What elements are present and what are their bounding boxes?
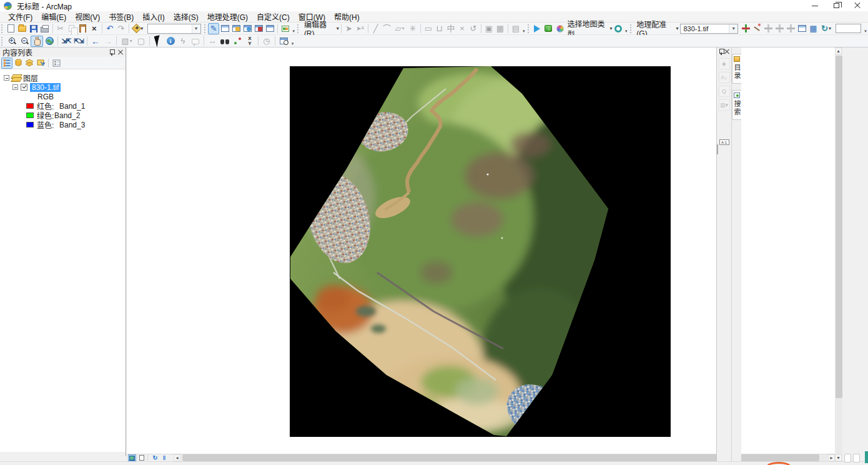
raster-830-1-tif[interactable] (290, 66, 671, 437)
dock-navigate-button: ◈ (719, 58, 730, 69)
edit-sketch-tool-button[interactable]: ✎ (208, 23, 219, 34)
update-button[interactable] (543, 23, 554, 34)
rotation-input[interactable] (836, 24, 861, 33)
fixed-zoom-in-button[interactable]: ⇲⇱ (60, 36, 72, 47)
rotate-image-button[interactable]: ↻▾ (819, 23, 833, 34)
menu-insert[interactable]: 插入(I) (138, 11, 169, 22)
toolbar-grip[interactable] (297, 24, 300, 33)
run-button[interactable] (531, 23, 543, 34)
vertical-scrollbar[interactable]: ▴ ▾ (835, 48, 842, 461)
link-table-button[interactable] (796, 23, 807, 34)
arctoolbox-button[interactable] (253, 23, 264, 34)
toolbar-grip[interactable] (630, 24, 633, 33)
restore-icon (834, 3, 839, 8)
layout-view-button[interactable] (137, 454, 145, 461)
restore-button[interactable] (826, 0, 847, 11)
toolbar-grip[interactable] (1, 24, 4, 33)
paste-button[interactable] (77, 23, 89, 34)
toolbar-overflow[interactable]: ▾ (290, 36, 295, 46)
georeferencing-layer-combo[interactable]: 830-1.tif ▾ (680, 24, 738, 34)
dock-one-to-one-button[interactable]: A:1 (719, 139, 729, 145)
full-extent-button[interactable] (43, 36, 56, 47)
menu-view[interactable]: 视图(V) (71, 11, 104, 22)
layer-visibility-checkbox[interactable] (21, 84, 27, 91)
modelbuilder-button[interactable] (280, 23, 291, 34)
open-button[interactable] (17, 23, 28, 34)
menu-edit[interactable]: 编辑(E) (37, 11, 71, 22)
toolbar-overflow[interactable]: ▾ (624, 24, 629, 34)
open-table-button[interactable] (219, 23, 230, 34)
toc-layer-row[interactable]: 830-1.tif (0, 82, 126, 92)
toolbar-grip[interactable] (204, 24, 207, 33)
find-tool[interactable] (219, 36, 231, 47)
zoom-in-tool[interactable]: + (6, 36, 18, 47)
zoom-out-tool[interactable]: − (18, 36, 31, 47)
new-map-button[interactable] (6, 23, 17, 34)
list-by-visibility-button[interactable] (24, 58, 35, 69)
go-to-xy-button[interactable]: XY (244, 36, 256, 47)
pin-icon[interactable] (109, 49, 114, 56)
toolbar-grip[interactable] (528, 24, 531, 33)
catalog-window-button[interactable] (230, 23, 242, 34)
dock-layer-list[interactable] (717, 144, 718, 154)
color-tool-button[interactable] (555, 23, 566, 34)
close-panel-icon[interactable] (724, 49, 729, 54)
toolbar-overflow[interactable]: ▾ (291, 24, 296, 34)
data-view-button[interactable] (128, 454, 136, 461)
layer-name-selected[interactable]: 830-1.tif (30, 83, 61, 92)
table-icon (221, 25, 229, 32)
go-back-extent-button[interactable]: ← (89, 36, 102, 47)
delete-button[interactable]: × (89, 23, 100, 34)
menu-geoprocessing[interactable]: 地理处理(G) (203, 11, 252, 22)
pan-tool[interactable] (31, 36, 43, 47)
blue-band-label: 蓝色: (37, 119, 59, 130)
close-button[interactable] (847, 0, 868, 11)
zoom-out-icon: − (21, 37, 29, 45)
print-button[interactable] (39, 23, 51, 34)
toolbar-overflow[interactable]: ▾ (863, 24, 868, 34)
list-by-selection-button[interactable] (35, 58, 46, 69)
basemap-target-button[interactable] (613, 23, 624, 34)
vscroll-up-arrow[interactable]: ▴ (835, 48, 842, 54)
tab-search[interactable]: 搜索 (732, 90, 741, 120)
identify-tool[interactable]: i (164, 36, 177, 47)
pause-drawing-button[interactable]: ‖ (160, 454, 169, 461)
list-by-source-button[interactable] (12, 58, 24, 69)
viewer-window-button[interactable] (277, 36, 290, 47)
tab-catalog[interactable]: 目录 (732, 54, 741, 84)
list-by-drawing-order-button[interactable] (1, 58, 12, 69)
save-button[interactable] (28, 23, 39, 34)
add-data-button[interactable]: ▾ (131, 23, 145, 34)
menu-file[interactable]: 文件(F) (4, 11, 37, 22)
fixed-zoom-out-button[interactable]: ⇱⇲ (72, 36, 85, 47)
vscroll-down-arrow[interactable]: ▾ (835, 454, 842, 461)
collapse-icon[interactable] (4, 75, 9, 81)
close-panel-icon[interactable] (118, 50, 123, 55)
menu-customize[interactable]: 自定义(C) (252, 11, 294, 22)
toolbar-grip[interactable] (1, 37, 4, 46)
clear-selection-button: ▢ (135, 36, 147, 47)
image-adjust-button[interactable]: ▦ (807, 23, 819, 34)
search-window-button[interactable] (242, 23, 253, 34)
toc-layers-root[interactable]: 图层 (0, 73, 126, 82)
search-window-icon (244, 25, 252, 32)
toc-options-button[interactable] (51, 58, 62, 69)
minimize-button[interactable] (804, 0, 826, 11)
menu-selection[interactable]: 选择(S) (169, 11, 203, 22)
refresh-view-button[interactable]: ↻ (151, 454, 159, 461)
pin-icon[interactable] (719, 49, 724, 55)
selection-box-icon (37, 59, 45, 67)
hscroll-right-arrow[interactable]: ▸ (828, 454, 835, 461)
find-route-button[interactable] (231, 36, 244, 47)
autoregister-button[interactable] (751, 23, 762, 34)
map-scale-combo[interactable]: ▾ (147, 24, 201, 34)
add-control-points-button[interactable] (740, 23, 751, 34)
vscroll-thumb[interactable] (836, 56, 842, 398)
toolbar-overflow[interactable]: ▾ (521, 24, 526, 34)
python-window-button[interactable] (264, 23, 275, 34)
menu-bookmarks[interactable]: 书签(B) (104, 11, 138, 22)
hscroll-left-arrow[interactable]: ◂ (174, 454, 180, 461)
undo-button[interactable]: ↶ (104, 23, 116, 34)
collapse-icon[interactable] (12, 84, 18, 90)
select-elements-tool[interactable] (152, 36, 164, 47)
